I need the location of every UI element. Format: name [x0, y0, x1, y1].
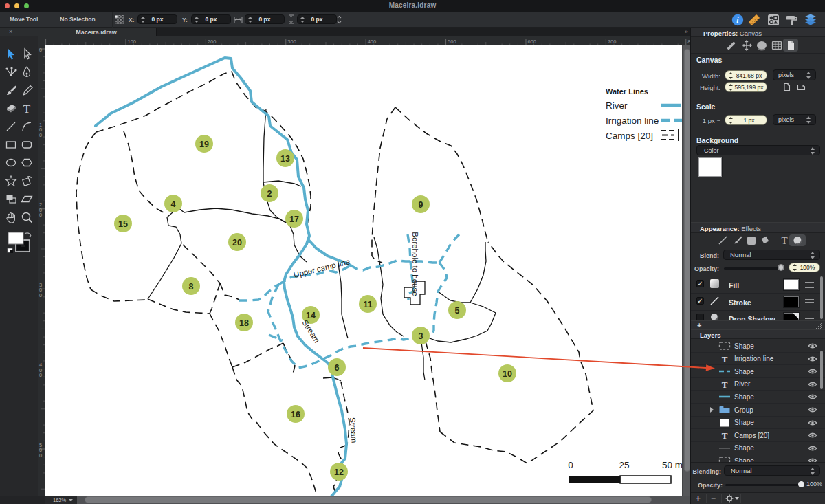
disclosure-triangle-icon[interactable] — [710, 407, 714, 413]
layer-row-camps-20[interactable]: TCamps [20] — [691, 429, 825, 442]
layers-blending-dropdown[interactable]: Normal — [724, 465, 820, 476]
info-icon[interactable]: i — [732, 14, 744, 29]
tool-line[interactable] — [3, 119, 19, 134]
y-position-stepper[interactable]: 0 px — [191, 14, 231, 24]
effect-options-icon[interactable] — [805, 316, 814, 320]
canvas-height-stepper[interactable]: 595,199 px — [725, 82, 767, 92]
layers-opacity-knob[interactable] — [798, 481, 804, 487]
background-color-swatch[interactable] — [698, 157, 722, 177]
tool-pencil[interactable] — [19, 83, 34, 98]
vertical-scrollbar-thumb[interactable] — [684, 49, 690, 472]
effect-options-icon[interactable] — [805, 299, 814, 305]
height-stepper[interactable]: 0 px — [297, 14, 337, 24]
panel-tab-shadow-tab-icon[interactable] — [754, 39, 769, 52]
tool-rounded-rect[interactable] — [19, 137, 34, 152]
layer-row-shape[interactable]: Shape — [691, 365, 825, 378]
background-type-dropdown[interactable]: Color — [696, 145, 820, 155]
canvas-vertical-scrollbar[interactable] — [682, 45, 690, 496]
effect-checkbox[interactable]: ✓ — [696, 297, 704, 305]
tool-hand[interactable] — [3, 210, 19, 225]
panel-tab-transform-tab-icon[interactable] — [739, 39, 754, 52]
tool-freeform[interactable] — [19, 173, 34, 188]
drawing-canvas[interactable]: 19132415172098181411536101612Upper camp … — [45, 45, 682, 496]
tab-maceira[interactable]: × Maceira.idraw — [0, 28, 157, 36]
appearance-tag-icon[interactable] — [756, 234, 773, 246]
tool-star[interactable] — [3, 173, 19, 188]
layers-stack-icon[interactable] — [804, 14, 817, 29]
constrain-proportions-icon[interactable] — [336, 14, 342, 28]
shapes-library-icon[interactable] — [767, 14, 780, 29]
layers-scrollbar[interactable] — [820, 351, 823, 389]
tool-node[interactable] — [3, 64, 19, 79]
tool-boolean[interactable] — [3, 191, 19, 206]
tool-move[interactable] — [3, 46, 19, 61]
layer-visibility-eye-icon[interactable] — [808, 393, 817, 402]
panel-tab-grid-tab-icon[interactable] — [769, 39, 784, 52]
layer-row-shape[interactable]: Shape — [691, 417, 825, 430]
x-position-stepper[interactable]: 0 px — [138, 14, 177, 24]
tool-arc[interactable] — [19, 119, 34, 134]
blend-dropdown[interactable]: Normal — [723, 250, 820, 260]
remove-layer-button[interactable]: − — [711, 494, 716, 503]
layer-visibility-eye-icon[interactable] — [808, 432, 817, 440]
tool-parallelogram[interactable] — [19, 191, 34, 206]
layer-visibility-eye-icon[interactable] — [808, 445, 817, 453]
stepper-arrows-icon[interactable] — [195, 16, 199, 23]
tool-brush[interactable] — [3, 83, 19, 98]
layer-visibility-eye-icon[interactable] — [808, 419, 817, 428]
layer-visibility-eye-icon[interactable] — [808, 381, 817, 389]
add-layer-button[interactable]: + — [696, 494, 701, 503]
appearance-shadow-blob-icon[interactable] — [789, 234, 806, 246]
opacity-slider-knob[interactable] — [778, 264, 784, 271]
layer-row-shape[interactable]: Shape — [691, 391, 825, 404]
stepper-arrows-icon[interactable] — [248, 16, 253, 23]
alignment-anchor-icon[interactable] — [115, 14, 124, 27]
layer-row-shape[interactable]: Shape — [691, 442, 825, 455]
tool-zoom[interactable] — [19, 210, 34, 225]
opacity-slider[interactable] — [724, 267, 782, 270]
opacity-stepper[interactable]: 100% — [789, 263, 820, 272]
stepper-arrows-icon[interactable] — [300, 16, 305, 23]
layers-opacity-slider[interactable] — [725, 484, 802, 486]
layer-visibility-eye-icon[interactable] — [808, 342, 817, 351]
horizontal-scrollbar-thumb[interactable] — [85, 496, 652, 503]
orientation-portrait-icon[interactable] — [782, 83, 791, 93]
stepper-arrows-icon[interactable] — [729, 72, 734, 79]
tool-rect[interactable] — [3, 137, 19, 152]
effect-checkbox[interactable]: ✓ — [696, 280, 704, 287]
layer-settings-button[interactable] — [725, 494, 734, 504]
width-stepper[interactable]: 0 px — [245, 14, 285, 24]
fill-stroke-swatches[interactable] — [6, 230, 33, 254]
scale-value-stepper[interactable]: 1 px — [725, 115, 767, 125]
tab-close-icon[interactable]: × — [9, 28, 12, 35]
tab-document-selected[interactable] — [783, 39, 798, 52]
tool-pen[interactable] — [19, 64, 34, 79]
layer-row-river[interactable]: TRiver — [691, 378, 825, 391]
scale-unit-dropdown[interactable]: pixels — [773, 114, 816, 125]
width-unit-dropdown[interactable]: pixels — [773, 69, 816, 80]
zoom-level-control[interactable]: 162% — [45, 496, 77, 504]
effect-checkbox[interactable] — [696, 314, 704, 320]
canvas-width-stepper[interactable]: 841,68 px — [725, 70, 767, 80]
stepper-arrows-icon[interactable] — [141, 16, 146, 23]
add-effect-button[interactable]: + — [697, 321, 701, 329]
orientation-landscape-icon[interactable] — [797, 83, 806, 93]
effect-color-swatch[interactable] — [784, 296, 799, 307]
appearance-scrollbar[interactable] — [820, 276, 823, 319]
layer-visibility-eye-icon[interactable] — [808, 368, 817, 376]
tool-polygon[interactable] — [19, 155, 34, 170]
panel-expander-icon[interactable]: » — [685, 28, 688, 35]
layer-row-irrigation-line[interactable]: TIrrigation line — [691, 353, 825, 366]
layer-visibility-eye-icon[interactable] — [808, 457, 817, 462]
stepper-arrows-icon[interactable] — [729, 84, 734, 91]
layer-visibility-eye-icon[interactable] — [808, 406, 817, 415]
tool-ellipse[interactable] — [3, 155, 19, 170]
layer-row-shape[interactable]: Shape — [691, 340, 825, 353]
stepper-arrows-icon[interactable] — [793, 264, 798, 271]
effect-options-icon[interactable] — [805, 282, 814, 288]
layer-row-group[interactable]: Group — [691, 404, 825, 417]
tool-direct-select[interactable] — [19, 46, 34, 61]
tool-eraser[interactable] — [3, 100, 19, 116]
measure-ruler-icon[interactable] — [748, 14, 760, 29]
paint-roller-icon[interactable] — [785, 14, 798, 29]
